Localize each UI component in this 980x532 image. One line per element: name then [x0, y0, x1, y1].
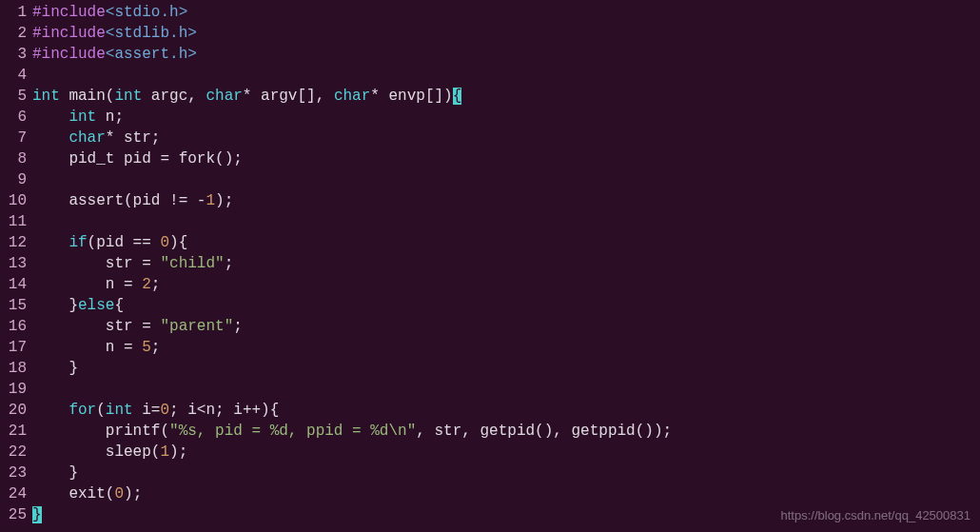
- code-line[interactable]: }else{: [32, 295, 980, 316]
- code-line[interactable]: int n;: [32, 107, 980, 128]
- token-id: * str;: [106, 129, 161, 147]
- token-num: 2: [142, 276, 151, 293]
- token-id: {: [114, 297, 124, 314]
- token-num: 0: [114, 485, 124, 502]
- code-line[interactable]: #include<stdlib.h>: [32, 23, 980, 44]
- line-number: 5: [0, 86, 27, 107]
- line-number: 23: [0, 463, 27, 483]
- code-line[interactable]: n = 5;: [32, 337, 980, 358]
- token-id: assert(pid != -: [32, 192, 206, 209]
- token-kw: int: [106, 402, 133, 419]
- token-id: [32, 129, 69, 147]
- token-kw: char: [334, 88, 370, 105]
- token-num: 1: [206, 192, 215, 209]
- token-pp: #include: [32, 25, 106, 42]
- code-line[interactable]: char* str;: [32, 128, 980, 148]
- token-num: 5: [142, 339, 151, 356]
- token-str: "parent": [160, 318, 233, 335]
- token-num: 0: [160, 402, 169, 419]
- line-number: 17: [0, 337, 27, 358]
- line-number: 10: [0, 190, 27, 211]
- token-kw: int: [114, 88, 142, 105]
- line-number: 24: [0, 483, 27, 504]
- line-number: 20: [0, 400, 27, 421]
- line-number: 14: [0, 274, 27, 295]
- code-line[interactable]: #include<stdio.h>: [32, 2, 980, 23]
- token-id: argc,: [142, 88, 206, 105]
- code-line[interactable]: exit(0);: [32, 483, 980, 504]
- token-id: pid_t pid = fork();: [32, 150, 243, 167]
- token-id: , str, getpid(), getppid());: [416, 423, 672, 440]
- line-number: 19: [0, 379, 27, 400]
- line-number: 18: [0, 358, 27, 379]
- token-id: [32, 402, 69, 419]
- line-number: 2: [0, 23, 27, 44]
- code-line[interactable]: int main(int argc, char* argv[], char* e…: [32, 86, 980, 107]
- token-id: * envp[]): [370, 88, 452, 105]
- code-line[interactable]: str = "parent";: [32, 316, 980, 337]
- code-line[interactable]: pid_t pid = fork();: [32, 148, 980, 169]
- token-id: );: [124, 485, 142, 502]
- token-str: "%s, pid = %d, ppid = %d\n": [169, 423, 416, 440]
- code-line[interactable]: [32, 379, 980, 400]
- token-kw: if: [69, 234, 87, 251]
- line-number: 4: [0, 65, 27, 86]
- token-kw: char: [69, 129, 105, 147]
- token-id: );: [215, 192, 233, 209]
- code-line[interactable]: printf("%s, pid = %d, ppid = %d\n", str,…: [32, 421, 980, 442]
- token-num: 0: [160, 234, 169, 251]
- code-editor[interactable]: 1234567891011121314151617181920212223242…: [0, 0, 980, 525]
- token-kw: int: [32, 88, 60, 105]
- token-id: ;: [151, 339, 161, 356]
- token-id: ;: [233, 318, 243, 335]
- line-number: 11: [0, 211, 27, 232]
- line-number: 3: [0, 44, 27, 65]
- code-line[interactable]: assert(pid != -1);: [32, 190, 980, 211]
- token-id: sleep(: [32, 443, 160, 461]
- token-id: [32, 234, 69, 251]
- code-line[interactable]: [32, 169, 980, 190]
- token-id: ; i<n; i++){: [169, 402, 279, 419]
- token-hdr: <stdlib.h>: [106, 25, 197, 42]
- line-number: 15: [0, 295, 27, 316]
- token-id: ){: [169, 234, 187, 251]
- token-cursor: }: [32, 506, 42, 523]
- token-id: main(: [60, 88, 115, 105]
- token-id: }: [32, 360, 78, 377]
- token-id: }: [32, 464, 78, 482]
- code-line[interactable]: n = 2;: [32, 274, 980, 295]
- token-cursor: {: [453, 88, 462, 105]
- token-id: n;: [96, 108, 124, 126]
- line-number: 7: [0, 128, 27, 148]
- token-pp: #include: [32, 4, 106, 21]
- token-id: ;: [151, 276, 161, 293]
- token-id: ;: [225, 255, 234, 272]
- code-area[interactable]: #include<stdio.h>#include<stdlib.h>#incl…: [32, 2, 980, 525]
- line-number: 25: [0, 504, 27, 525]
- token-id: * argv[],: [243, 88, 334, 105]
- token-id: }: [32, 297, 78, 314]
- code-line[interactable]: [32, 65, 980, 86]
- token-id: i=: [133, 402, 161, 419]
- token-kw: int: [69, 108, 96, 126]
- token-str: "child": [160, 255, 224, 272]
- code-line[interactable]: }: [32, 463, 980, 483]
- code-line[interactable]: sleep(1);: [32, 442, 980, 463]
- code-line[interactable]: for(int i=0; i<n; i++){: [32, 400, 980, 421]
- line-number: 8: [0, 148, 27, 169]
- token-id: printf(: [32, 423, 169, 440]
- line-number: 9: [0, 169, 27, 190]
- line-number-gutter: 1234567891011121314151617181920212223242…: [0, 2, 32, 525]
- code-line[interactable]: str = "child";: [32, 253, 980, 274]
- line-number: 22: [0, 442, 27, 463]
- code-line[interactable]: #include<assert.h>: [32, 44, 980, 65]
- token-id: [32, 108, 69, 126]
- code-line[interactable]: }: [32, 358, 980, 379]
- line-number: 16: [0, 316, 27, 337]
- token-hdr: <assert.h>: [106, 46, 197, 63]
- token-id: n =: [32, 339, 142, 356]
- code-line[interactable]: if(pid == 0){: [32, 232, 980, 253]
- code-line[interactable]: [32, 211, 980, 232]
- token-hdr: <stdio.h>: [106, 4, 187, 21]
- token-kw: else: [78, 297, 114, 314]
